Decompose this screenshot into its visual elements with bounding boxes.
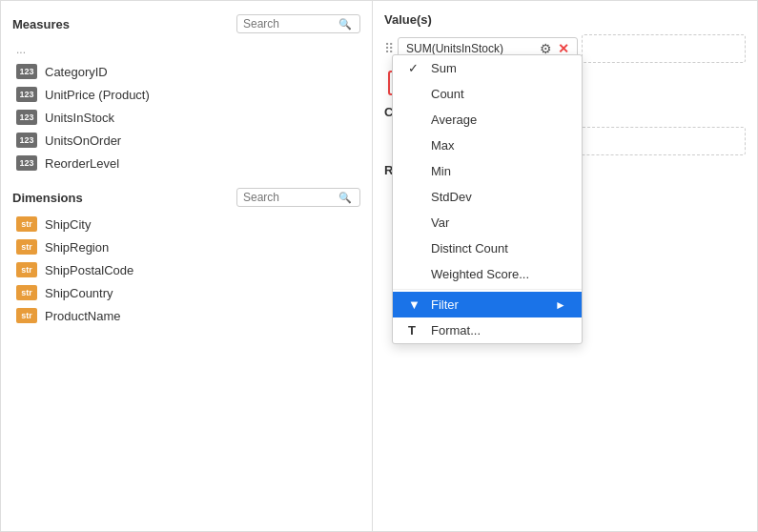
dropdown-item-var[interactable]: Var bbox=[393, 210, 582, 235]
truncated-top: ... bbox=[1, 39, 372, 60]
right-panel: Value(s) ⠿ SUM(UnitsInStock) ⚙ ✕ ✏ Edit.… bbox=[373, 1, 757, 531]
dropdown-item-count[interactable]: Count bbox=[393, 81, 582, 107]
filter-arrow-icon: ► bbox=[555, 298, 566, 312]
dropdown-label-format: Format... bbox=[431, 323, 566, 338]
badge-123-categoryid: 123 bbox=[16, 64, 37, 79]
dropdown-label-min: Min bbox=[431, 164, 566, 178]
field-label-shipcity: ShipCity bbox=[45, 217, 91, 232]
field-item-unitprice[interactable]: 123 UnitPrice (Product) bbox=[1, 83, 372, 106]
field-item-categoryid[interactable]: 123 CategoryID bbox=[1, 60, 372, 83]
field-label-unitprice: UnitPrice (Product) bbox=[45, 88, 150, 102]
dropdown-item-max[interactable]: Max bbox=[393, 133, 582, 158]
measures-header: Measures 🔍 bbox=[1, 9, 372, 39]
values-section-title: Value(s) bbox=[384, 12, 746, 27]
dropdown-label-distinct-count: Distinct Count bbox=[431, 241, 566, 256]
field-item-shippostalcode[interactable]: str ShipPostalCode bbox=[1, 258, 372, 281]
field-item-unitsinstock[interactable]: 123 UnitsInStock bbox=[1, 106, 372, 129]
dashed-drop-zone-values bbox=[582, 34, 747, 63]
field-label-shippostalcode: ShipPostalCode bbox=[45, 263, 133, 277]
field-label-categoryid: CategoryID bbox=[45, 65, 108, 79]
dropdown-item-filter[interactable]: ▼ Filter ► bbox=[393, 292, 582, 317]
format-icon: T bbox=[408, 323, 423, 338]
badge-str-shippostalcode: str bbox=[16, 262, 37, 277]
left-panel: Measures 🔍 ... 123 CategoryID 123 UnitPr… bbox=[1, 1, 373, 531]
dropdown-item-format[interactable]: T Format... bbox=[393, 317, 582, 343]
dropdown-item-distinct-count[interactable]: Distinct Count bbox=[393, 235, 582, 261]
badge-123-unitsonorder: 123 bbox=[16, 133, 37, 148]
dropdown-item-sum[interactable]: ✓ Sum bbox=[393, 55, 582, 81]
field-label-shipregion: ShipRegion bbox=[45, 240, 109, 255]
dropdown-item-min[interactable]: Min bbox=[393, 158, 582, 184]
field-item-unitsonorder[interactable]: 123 UnitsOnOrder bbox=[1, 129, 372, 152]
field-item-productname[interactable]: str ProductName bbox=[1, 304, 372, 327]
dropdown-item-stddev[interactable]: StdDev bbox=[393, 184, 582, 210]
check-sum-icon: ✓ bbox=[408, 61, 423, 75]
dropdown-label-average: Average bbox=[431, 113, 566, 127]
field-item-shipregion[interactable]: str ShipRegion bbox=[1, 235, 372, 258]
field-label-shipcountry: ShipCountry bbox=[45, 286, 113, 300]
dropdown-divider bbox=[393, 289, 582, 290]
filter-icon: ▼ bbox=[408, 297, 423, 312]
dropdown-label-var: Var bbox=[431, 215, 566, 230]
field-label-productname: ProductName bbox=[45, 309, 120, 323]
badge-str-shipcity: str bbox=[16, 216, 37, 232]
badge-str-shipcountry: str bbox=[16, 285, 37, 300]
dropdown-label-stddev: StdDev bbox=[431, 190, 566, 204]
measures-title: Measures bbox=[12, 17, 70, 31]
field-item-reorderlevel[interactable]: 123 ReorderLevel bbox=[1, 152, 372, 174]
dropdown-label-max: Max bbox=[431, 138, 566, 153]
pill-text: SUM(UnitsInStock) bbox=[406, 42, 503, 55]
dropdown-item-average[interactable]: Average bbox=[393, 107, 582, 133]
dimensions-search-input[interactable] bbox=[243, 191, 338, 204]
badge-123-reorderlevel: 123 bbox=[16, 155, 37, 171]
field-label-unitsinstock: UnitsInStock bbox=[45, 111, 114, 125]
dropdown-label-sum: Sum bbox=[431, 61, 566, 75]
dimensions-header: Dimensions 🔍 bbox=[1, 182, 372, 213]
badge-123-unitsinstock: 123 bbox=[16, 110, 37, 125]
dropdown-label-weighted-score: Weighted Score... bbox=[431, 267, 566, 281]
dimensions-search-box[interactable]: 🔍 bbox=[236, 188, 360, 207]
badge-str-productname: str bbox=[16, 308, 37, 323]
measures-search-box[interactable]: 🔍 bbox=[236, 14, 360, 33]
dropdown-label-filter: Filter bbox=[431, 297, 547, 312]
badge-str-shipregion: str bbox=[16, 239, 37, 255]
badge-123-unitprice: 123 bbox=[16, 87, 37, 102]
field-label-unitsonorder: UnitsOnOrder bbox=[45, 133, 121, 148]
dropdown-menu: ✓ Sum Count Average Max Min bbox=[392, 54, 583, 344]
measures-search-icon: 🔍 bbox=[338, 18, 352, 31]
dropdown-item-weighted-score[interactable]: Weighted Score... bbox=[393, 261, 582, 287]
dashed-drop-zone-col2 bbox=[575, 127, 747, 155]
field-item-shipcountry[interactable]: str ShipCountry bbox=[1, 281, 372, 304]
field-label-reorderlevel: ReorderLevel bbox=[45, 156, 119, 171]
measures-search-input[interactable] bbox=[243, 17, 338, 31]
dimensions-title: Dimensions bbox=[12, 191, 83, 205]
field-item-shipcity[interactable]: str ShipCity bbox=[1, 213, 372, 235]
dimensions-search-icon: 🔍 bbox=[338, 192, 352, 204]
dropdown-label-count: Count bbox=[431, 87, 566, 101]
